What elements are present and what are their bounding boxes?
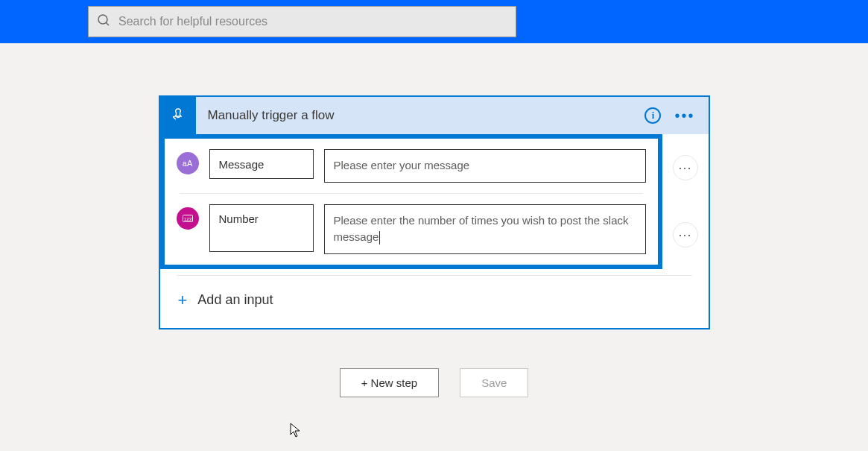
new-step-button[interactable]: + New step: [340, 368, 439, 397]
plus-icon: +: [178, 291, 188, 310]
new-step-label: + New step: [361, 376, 417, 389]
row-more-button[interactable]: ···: [673, 155, 698, 180]
text-type-icon: aA: [177, 152, 199, 174]
info-icon[interactable]: i: [644, 107, 661, 124]
trigger-header-actions: i •••: [644, 107, 708, 124]
svg-line-1: [107, 23, 110, 26]
svg-point-0: [98, 15, 107, 24]
flow-canvas: Manually trigger a flow i ••• aA Message: [0, 43, 868, 329]
input-row: aA Message Please enter your message: [165, 139, 658, 193]
input-row: 123 Number Please enter the number of ti…: [165, 194, 658, 265]
footer-actions: + New step Save: [0, 368, 868, 397]
search-input[interactable]: [118, 15, 508, 28]
row-more-button[interactable]: ···: [673, 222, 698, 247]
input-name-value: Number: [219, 212, 259, 225]
trigger-card-header[interactable]: Manually trigger a flow i •••: [160, 97, 709, 134]
number-type-icon: 123: [177, 207, 199, 230]
input-name-value: Message: [219, 158, 264, 171]
trigger-title: Manually trigger a flow: [196, 108, 645, 123]
input-description-value: Please enter your message: [334, 159, 470, 171]
top-bar: [0, 0, 868, 43]
input-name-field[interactable]: Number: [209, 204, 314, 252]
add-input-label: Add an input: [197, 292, 273, 308]
input-description-value: Please enter the number of times you wis…: [334, 214, 629, 244]
input-description-field[interactable]: Please enter the number of times you wis…: [324, 204, 646, 254]
text-cursor: [379, 231, 380, 245]
save-button[interactable]: Save: [460, 368, 528, 397]
trigger-inputs-section: aA Message Please enter your message: [160, 134, 709, 269]
svg-text:123: 123: [183, 216, 191, 221]
input-name-field[interactable]: Message: [209, 149, 314, 179]
add-input-button[interactable]: + Add an input: [160, 276, 709, 328]
trigger-connector-icon: [160, 97, 196, 134]
text-type-label: aA: [183, 159, 192, 168]
search-icon: [96, 13, 111, 31]
input-description-field[interactable]: Please enter your message: [324, 149, 646, 183]
inputs-highlight-frame: aA Message Please enter your message: [160, 134, 662, 269]
more-icon[interactable]: •••: [674, 108, 694, 123]
mouse-cursor-icon: [289, 422, 302, 441]
trigger-card: Manually trigger a flow i ••• aA Message: [159, 95, 710, 329]
row-actions-col: ··· ···: [662, 134, 709, 269]
search-box[interactable]: [88, 6, 516, 37]
save-label: Save: [481, 376, 507, 389]
